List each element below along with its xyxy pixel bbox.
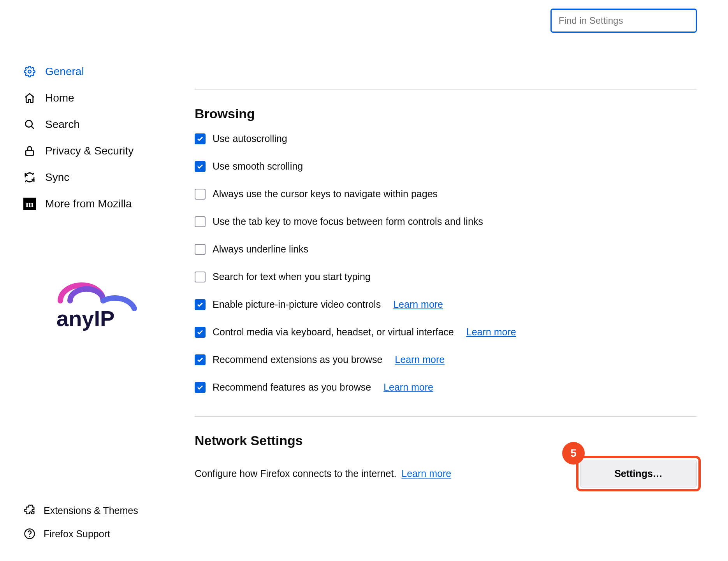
browsing-options: Use autoscrolling Use smooth scrolling A… <box>195 133 697 393</box>
network-description-row: Configure how Firefox connects to the in… <box>195 468 451 479</box>
sidebar-item-label: Extensions & Themes <box>44 505 138 516</box>
network-title: Network Settings <box>195 433 697 448</box>
network-row: Configure how Firefox connects to the in… <box>195 460 697 487</box>
option-label: Enable picture-in-picture video controls <box>213 299 381 310</box>
sidebar-item-sync[interactable]: Sync <box>19 164 167 191</box>
checkbox[interactable] <box>195 189 206 200</box>
checkbox[interactable] <box>195 299 206 310</box>
sidebar-item-more-mozilla[interactable]: m More from Mozilla <box>19 191 167 217</box>
learn-more-link[interactable]: Learn more <box>395 354 445 365</box>
network-description: Configure how Firefox connects to the in… <box>195 468 396 479</box>
checkbox[interactable] <box>195 133 206 144</box>
learn-more-link[interactable]: Learn more <box>393 299 443 310</box>
search-box <box>550 9 697 33</box>
network-settings-button[interactable]: Settings… <box>580 460 697 487</box>
search-icon <box>23 118 36 131</box>
option-label: Control media via keyboard, headset, or … <box>213 326 454 338</box>
sidebar-item-home[interactable]: Home <box>19 85 167 111</box>
option-tab-key[interactable]: Use the tab key to move focus between fo… <box>195 216 697 227</box>
svg-point-5 <box>29 536 30 537</box>
learn-more-link[interactable]: Learn more <box>401 468 451 479</box>
checkbox[interactable] <box>195 244 206 255</box>
sidebar-item-general[interactable]: General <box>19 58 167 85</box>
option-smooth-scrolling[interactable]: Use smooth scrolling <box>195 161 697 172</box>
gear-icon <box>23 65 36 78</box>
learn-more-link[interactable]: Learn more <box>466 326 516 338</box>
option-recommend-feat[interactable]: Recommend features as you browse Learn m… <box>195 382 697 393</box>
checkbox[interactable] <box>195 216 206 227</box>
sidebar-item-privacy[interactable]: Privacy & Security <box>19 138 167 164</box>
option-label: Recommend features as you browse <box>213 382 371 393</box>
svg-rect-2 <box>26 151 33 156</box>
sidebar-item-label: Privacy & Security <box>45 145 134 157</box>
anyip-logo: anyIP <box>45 279 142 340</box>
option-pip[interactable]: Enable picture-in-picture video controls… <box>195 299 697 310</box>
nav-list: General Home Search Privacy & Security <box>19 58 167 217</box>
option-label: Use the tab key to move focus between fo… <box>213 216 483 227</box>
divider <box>195 89 697 90</box>
main-content: Browsing Use autoscrolling Use smooth sc… <box>187 0 728 561</box>
learn-more-link[interactable]: Learn more <box>383 382 433 393</box>
sidebar-item-label: Firefox Support <box>44 528 110 540</box>
option-cursor-keys[interactable]: Always use the cursor keys to navigate w… <box>195 188 697 200</box>
sync-icon <box>23 171 36 184</box>
settings-button-wrap: Settings… 5 <box>580 460 697 487</box>
option-autoscrolling[interactable]: Use autoscrolling <box>195 133 697 144</box>
checkbox[interactable] <box>195 327 206 338</box>
sidebar-item-label: Home <box>45 92 74 104</box>
sidebar-item-label: General <box>45 65 84 78</box>
svg-point-0 <box>28 70 31 73</box>
lock-icon <box>23 145 36 157</box>
checkbox[interactable] <box>195 161 206 172</box>
option-label: Always use the cursor keys to navigate w… <box>213 188 438 200</box>
puzzle-icon <box>23 504 36 517</box>
option-label: Use smooth scrolling <box>213 161 303 172</box>
option-media-keyboard[interactable]: Control media via keyboard, headset, or … <box>195 326 697 338</box>
sidebar-item-label: Sync <box>45 171 69 184</box>
browsing-title: Browsing <box>195 106 697 121</box>
divider <box>195 416 697 417</box>
sidebar: General Home Search Privacy & Security <box>0 0 187 561</box>
option-search-typing[interactable]: Search for text when you start typing <box>195 271 697 282</box>
help-icon <box>23 528 36 540</box>
mozilla-icon: m <box>23 198 36 210</box>
svg-text:anyIP: anyIP <box>56 306 114 331</box>
option-recommend-ext[interactable]: Recommend extensions as you browse Learn… <box>195 354 697 365</box>
checkbox[interactable] <box>195 272 206 282</box>
home-icon <box>23 92 36 104</box>
svg-point-1 <box>25 120 32 127</box>
option-label: Use autoscrolling <box>213 133 287 144</box>
checkbox[interactable] <box>195 354 206 365</box>
sidebar-item-extensions[interactable]: Extensions & Themes <box>19 499 167 522</box>
option-label: Always underline links <box>213 244 308 255</box>
sidebar-footer: Extensions & Themes Firefox Support <box>19 499 167 545</box>
option-label: Search for text when you start typing <box>213 271 371 282</box>
option-label: Recommend extensions as you browse <box>213 354 382 365</box>
checkbox[interactable] <box>195 382 206 393</box>
sidebar-item-search[interactable]: Search <box>19 111 167 138</box>
sidebar-item-label: More from Mozilla <box>45 198 132 210</box>
sidebar-item-label: Search <box>45 118 80 131</box>
search-input[interactable] <box>550 9 697 33</box>
sidebar-item-support[interactable]: Firefox Support <box>19 522 167 545</box>
option-underline-links[interactable]: Always underline links <box>195 244 697 255</box>
